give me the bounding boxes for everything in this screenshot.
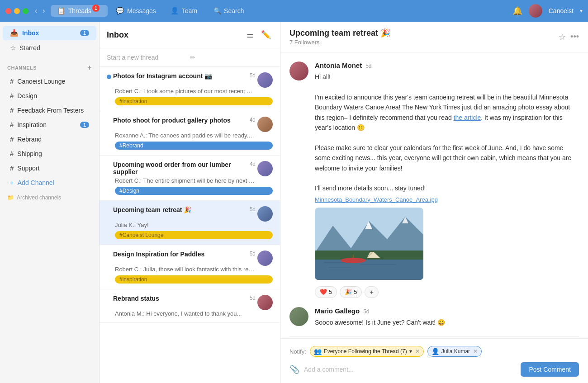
reaction-heart-button[interactable]: ❤️ 5 bbox=[315, 286, 337, 298]
sidebar: 📥 Inbox 1 ☆ Starred Channels + # Canoeis… bbox=[0, 22, 100, 383]
detail-followers: 7 Followers bbox=[289, 39, 559, 46]
tab-messages[interactable]: 💬 Messages bbox=[109, 5, 162, 17]
more-options-button[interactable]: ••• bbox=[570, 32, 579, 42]
add-channel-header-button[interactable]: + bbox=[87, 64, 92, 72]
sidebar-item-rebrand[interactable]: # Rebrand bbox=[3, 132, 96, 146]
hash-icon: # bbox=[10, 92, 14, 99]
sidebar-item-starred[interactable]: ☆ Starred bbox=[3, 41, 96, 55]
thread-title: Photos for Instagram account 📷 bbox=[113, 72, 246, 80]
avatar bbox=[257, 251, 273, 266]
thread-preview: Antonia M.: Hi everyone, I wanted to tha… bbox=[115, 310, 255, 317]
reactions: ❤️ 5 🎉 5 + bbox=[315, 286, 579, 298]
chip-remove-everyone-button[interactable]: ✕ bbox=[415, 348, 420, 355]
archive-icon: 📁 bbox=[7, 194, 14, 201]
new-thread-bar[interactable]: Start a new thread ✏ bbox=[100, 48, 280, 67]
sidebar-item-design[interactable]: # Design bbox=[3, 89, 96, 103]
post-comment-button[interactable]: Post Comment bbox=[521, 362, 579, 377]
close-button[interactable] bbox=[5, 8, 11, 14]
archived-channels-item[interactable]: 📁 Archived channels bbox=[0, 190, 99, 205]
comment-input-row: 📎 Post Comment bbox=[289, 362, 579, 377]
list-item[interactable]: Design Inspiration for Paddles 5d Robert… bbox=[100, 245, 280, 289]
sidebar-item-feedback-from-testers[interactable]: # Feedback From Testers bbox=[3, 103, 96, 117]
message-time: 5d bbox=[365, 63, 371, 69]
list-item[interactable]: Rebrand status 5d Antonia M.: Hi everyon… bbox=[100, 289, 280, 323]
avatar bbox=[257, 206, 273, 222]
maximize-button[interactable] bbox=[23, 8, 28, 14]
channel-label: Canoeist Lounge bbox=[17, 78, 89, 85]
thread-preview: Robert C.: The entire shipment will be h… bbox=[115, 177, 255, 184]
reaction-party-button[interactable]: 🎉 5 bbox=[340, 286, 362, 298]
avatar bbox=[257, 161, 273, 176]
hash-icon: # bbox=[10, 106, 14, 114]
back-button[interactable]: ‹ bbox=[33, 6, 39, 16]
message-author: Mario Gallego bbox=[315, 307, 360, 315]
thread-title: Rebrand status bbox=[113, 295, 246, 302]
notification-bell-icon[interactable]: 🔔 bbox=[512, 6, 522, 16]
search-bar[interactable]: 🔍 Search bbox=[209, 5, 248, 16]
sidebar-item-canoeist-lounge[interactable]: # Canoeist Lounge bbox=[3, 74, 96, 88]
user-avatar[interactable] bbox=[529, 4, 542, 18]
attach-button[interactable]: 📎 bbox=[289, 364, 299, 374]
filter-button[interactable]: ⚌ bbox=[245, 28, 256, 42]
add-channel-button[interactable]: + Add Channel bbox=[3, 175, 96, 189]
article-link[interactable]: the article bbox=[454, 114, 481, 121]
thread-preview: Roxanne A.: The canoes and paddles will … bbox=[115, 132, 255, 139]
message-text: Hi all! I'm excited to announce this yea… bbox=[315, 72, 579, 194]
list-item[interactable]: Upcoming wood order from our lumber supp… bbox=[100, 156, 280, 201]
message-text: Soooo awesome! Is it June yet? Can't wai… bbox=[315, 317, 579, 327]
star-button[interactable]: ☆ bbox=[559, 32, 566, 42]
thread-list: Inbox ⚌ ✏️ Start a new thread ✏ Photos f… bbox=[100, 22, 280, 383]
avatar bbox=[257, 295, 273, 310]
sidebar-item-inspiration[interactable]: # Inspiration 1 bbox=[3, 118, 96, 132]
compose-button[interactable]: ✏️ bbox=[259, 28, 273, 42]
hash-icon: # bbox=[10, 135, 14, 143]
inbox-icon: 📥 bbox=[10, 29, 19, 37]
heart-emoji: ❤️ bbox=[320, 288, 327, 295]
svg-rect-5 bbox=[360, 264, 396, 265]
message-header: Mario Gallego 5d bbox=[315, 307, 579, 315]
thread-title: Design Inspiration for Paddles bbox=[113, 251, 246, 258]
hash-icon: # bbox=[10, 164, 14, 172]
channels-header: Channels + bbox=[0, 59, 99, 74]
thread-tag: #inspiration bbox=[115, 97, 273, 105]
add-reaction-button[interactable]: + bbox=[365, 286, 378, 298]
channel-label: Feedback From Testers bbox=[17, 107, 89, 114]
list-item[interactable]: Photo shoot for product gallery photos 4… bbox=[100, 111, 280, 156]
chip-remove-julia-button[interactable]: ✕ bbox=[473, 348, 478, 355]
sidebar-item-support[interactable]: # Support bbox=[3, 161, 96, 175]
notify-everyone-label: Everyone Following the Thread (7) bbox=[324, 348, 407, 355]
plus-icon: + bbox=[10, 179, 14, 186]
threads-notification-badge: 1 bbox=[92, 5, 100, 12]
thread-list-header: Inbox ⚌ ✏️ bbox=[100, 22, 280, 48]
attachment-link[interactable]: Minnesota_Boundary_Waters_Canoe_Area.jpg bbox=[315, 196, 579, 203]
thread-title: Upcoming wood order from our lumber supp… bbox=[113, 161, 246, 175]
tab-threads-label: Threads bbox=[68, 7, 91, 14]
thread-tag: #inspiration bbox=[115, 275, 273, 284]
archived-label: Archived channels bbox=[17, 194, 61, 201]
star-icon: ☆ bbox=[10, 44, 16, 52]
thread-title: Photo shoot for product gallery photos bbox=[113, 117, 246, 124]
minimize-button[interactable] bbox=[14, 8, 20, 14]
party-count: 5 bbox=[354, 288, 357, 295]
thread-time: 4d bbox=[250, 117, 256, 123]
user-menu-chevron-icon[interactable]: ▾ bbox=[580, 8, 583, 14]
message-header: Antonia Monet 5d bbox=[315, 61, 579, 69]
comment-input[interactable] bbox=[304, 363, 516, 376]
message-time: 5d bbox=[363, 308, 369, 315]
sidebar-item-shipping[interactable]: # Shipping bbox=[3, 147, 96, 161]
thread-title: Upcoming team retreat 🎉 bbox=[113, 206, 246, 213]
channel-label: Rebrand bbox=[17, 136, 89, 143]
tab-threads[interactable]: 📋 Threads 1 bbox=[51, 5, 108, 17]
list-item[interactable]: Photos for Instagram account 📷 5d Robert… bbox=[100, 67, 280, 111]
sidebar-item-inbox[interactable]: 📥 Inbox 1 bbox=[3, 26, 96, 40]
channel-label: Shipping bbox=[17, 150, 89, 157]
tab-team[interactable]: 👤 Team bbox=[164, 5, 204, 17]
hash-icon: # bbox=[10, 150, 14, 157]
svg-point-9 bbox=[341, 258, 366, 263]
list-item[interactable]: Upcoming team retreat 🎉 5d Julia K.: Yay… bbox=[100, 201, 280, 245]
message-block: Antonia Monet 5d Hi all! I'm excited to … bbox=[289, 61, 579, 298]
forward-button[interactable]: › bbox=[41, 6, 47, 16]
notify-everyone-chip[interactable]: 👥 Everyone Following the Thread (7) ▾ ✕ bbox=[310, 346, 424, 357]
notify-julia-chip[interactable]: 👤 Julia Kumar ✕ bbox=[427, 346, 482, 357]
user-name-label: Canoeist bbox=[549, 7, 574, 14]
